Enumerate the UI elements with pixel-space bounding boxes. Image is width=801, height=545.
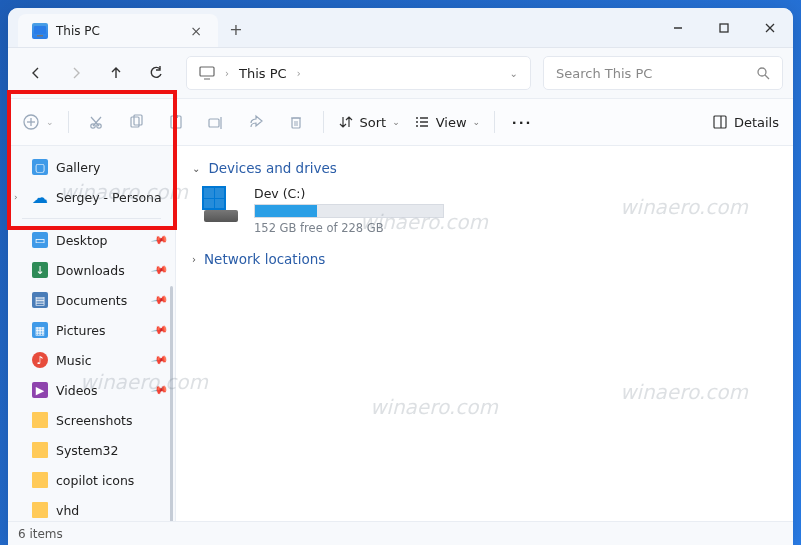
sidebar-item-desktop[interactable]: ▭Desktop📌 <box>8 225 175 255</box>
this-pc-icon <box>32 23 48 39</box>
separator <box>323 111 324 133</box>
chevron-right-icon: › <box>192 254 196 265</box>
chevron-right-icon[interactable]: › <box>14 192 18 202</box>
drive-name: Dev (C:) <box>254 186 444 201</box>
forward-button[interactable] <box>58 55 94 91</box>
scrollbar-thumb[interactable] <box>170 286 173 521</box>
svg-line-9 <box>765 75 769 79</box>
documents-icon: ▤ <box>32 292 48 308</box>
view-icon <box>414 114 430 130</box>
svg-rect-23 <box>292 118 300 128</box>
onedrive-icon: ☁ <box>32 189 48 205</box>
pin-icon: 📌 <box>151 291 170 310</box>
search-input[interactable]: Search This PC <box>543 56 783 90</box>
pin-icon: 📌 <box>151 381 170 400</box>
folder-icon <box>32 502 48 518</box>
pin-icon: 📌 <box>151 351 170 370</box>
content-pane[interactable]: ⌄Devices and drives Dev (C:) 152 GB free… <box>176 146 793 521</box>
gallery-icon: ▢ <box>32 159 48 175</box>
group-network-locations[interactable]: ›Network locations <box>192 251 777 267</box>
sidebar-item-documents[interactable]: ▤Documents📌 <box>8 285 175 315</box>
separator <box>22 218 161 219</box>
tab-this-pc[interactable]: This PC × <box>18 14 218 47</box>
chevron-right-icon: › <box>225 68 229 79</box>
folder-icon <box>32 412 48 428</box>
details-button[interactable]: Details <box>706 104 785 140</box>
more-button[interactable]: ··· <box>503 104 541 140</box>
pin-icon: 📌 <box>151 231 170 250</box>
minimize-button[interactable] <box>655 8 701 47</box>
pin-icon: 📌 <box>151 261 170 280</box>
sidebar-item-gallery[interactable]: ▢Gallery <box>8 152 175 182</box>
share-button[interactable] <box>237 104 275 140</box>
breadcrumb-location[interactable]: This PC <box>239 66 287 81</box>
sidebar-item-system32[interactable]: System32 <box>8 435 175 465</box>
drive-free-text: 152 GB free of 228 GB <box>254 221 444 235</box>
paste-button[interactable] <box>157 104 195 140</box>
tab-title: This PC <box>56 24 180 38</box>
file-explorer-window: This PC × + › This PC › ⌄ Search This PC… <box>8 8 793 545</box>
close-button[interactable] <box>747 8 793 47</box>
pin-icon: 📌 <box>151 321 170 340</box>
delete-button[interactable] <box>277 104 315 140</box>
svg-rect-6 <box>200 67 214 76</box>
separator <box>68 111 69 133</box>
tab-close-button[interactable]: × <box>188 23 204 39</box>
svg-rect-0 <box>34 26 46 34</box>
breadcrumb-sep: › <box>297 68 301 79</box>
address-bar[interactable]: › This PC › ⌄ <box>186 56 531 90</box>
body: ▢Gallery ›☁Sergey - Persona ▭Desktop📌 ↓D… <box>8 146 793 521</box>
sort-icon <box>338 114 354 130</box>
status-item-count: 6 items <box>18 527 63 541</box>
search-icon <box>756 66 770 80</box>
svg-rect-20 <box>174 115 178 118</box>
sidebar-item-copilot[interactable]: copilot icons <box>8 465 175 495</box>
up-button[interactable] <box>98 55 134 91</box>
monitor-icon <box>199 66 215 80</box>
svg-rect-3 <box>720 24 728 32</box>
folder-icon <box>32 442 48 458</box>
status-bar: 6 items <box>8 521 793 545</box>
sidebar-item-videos[interactable]: ▶Videos📌 <box>8 375 175 405</box>
sidebar-item-screenshots[interactable]: Screenshots <box>8 405 175 435</box>
pictures-icon: ▦ <box>32 322 48 338</box>
chevron-down-icon: ⌄ <box>46 117 54 127</box>
drive-usage-bar <box>254 204 444 218</box>
downloads-icon: ↓ <box>32 262 48 278</box>
separator <box>494 111 495 133</box>
rename-button[interactable] <box>197 104 235 140</box>
back-button[interactable] <box>18 55 54 91</box>
nav-bar: › This PC › ⌄ Search This PC <box>8 48 793 98</box>
drive-icon <box>202 186 242 222</box>
chevron-right-icon: › <box>297 68 301 79</box>
sidebar-item-pictures[interactable]: ▦Pictures📌 <box>8 315 175 345</box>
details-icon <box>712 114 728 130</box>
svg-rect-21 <box>209 119 219 127</box>
videos-icon: ▶ <box>32 382 48 398</box>
desktop-icon: ▭ <box>32 232 48 248</box>
navigation-pane[interactable]: ▢Gallery ›☁Sergey - Persona ▭Desktop📌 ↓D… <box>8 146 176 521</box>
new-tab-button[interactable]: + <box>218 12 254 47</box>
window-controls <box>655 8 793 47</box>
cut-button[interactable] <box>77 104 115 140</box>
copy-button[interactable] <box>117 104 155 140</box>
svg-rect-33 <box>714 116 726 128</box>
chevron-down-icon: ⌄ <box>473 117 481 127</box>
sidebar-item-onedrive[interactable]: ›☁Sergey - Persona <box>8 182 175 212</box>
sort-button[interactable]: Sort⌄ <box>332 104 406 140</box>
title-bar: This PC × + <box>8 8 793 48</box>
group-devices-and-drives[interactable]: ⌄Devices and drives <box>192 160 777 176</box>
new-button[interactable]: ⌄ <box>16 104 60 140</box>
command-bar: ⌄ Sort⌄ View⌄ ··· Details <box>8 98 793 146</box>
sidebar-item-music[interactable]: ♪Music📌 <box>8 345 175 375</box>
drive-item[interactable]: Dev (C:) 152 GB free of 228 GB <box>202 186 777 235</box>
view-button[interactable]: View⌄ <box>408 104 486 140</box>
sidebar-item-downloads[interactable]: ↓Downloads📌 <box>8 255 175 285</box>
chevron-down-icon: ⌄ <box>392 117 400 127</box>
refresh-button[interactable] <box>138 55 174 91</box>
chevron-down-icon[interactable]: ⌄ <box>510 68 518 79</box>
sidebar-item-vhd[interactable]: vhd <box>8 495 175 521</box>
maximize-button[interactable] <box>701 8 747 47</box>
chevron-down-icon: ⌄ <box>192 163 200 174</box>
folder-icon <box>32 472 48 488</box>
